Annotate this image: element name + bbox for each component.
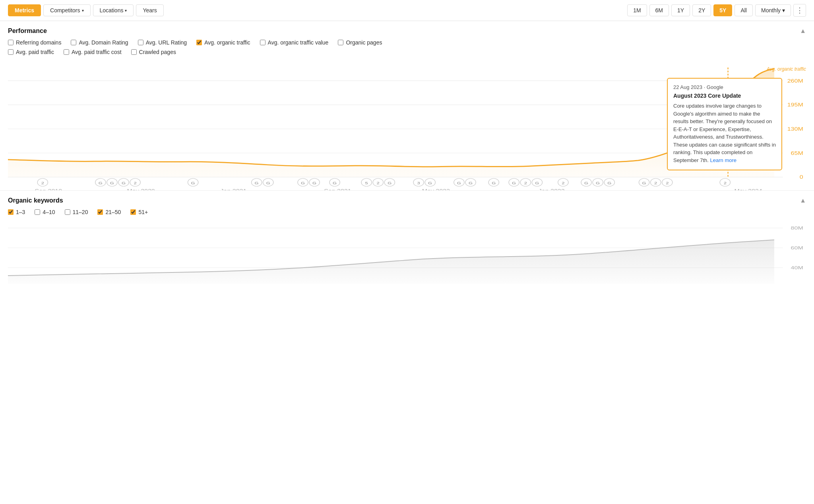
svg-text:60M: 60M [791, 245, 803, 250]
svg-text:130M: 130M [787, 126, 803, 132]
svg-text:2: 2 [377, 180, 380, 185]
tooltip-date: 22 Aug 2023 · Google [673, 84, 776, 90]
filter-1-3[interactable]: 1–3 [8, 209, 25, 215]
svg-text:3: 3 [417, 180, 420, 185]
svg-text:G: G [512, 180, 516, 185]
nav-right: 1M 6M 1Y 2Y 5Y All Monthly ▾ ⋮ [627, 4, 806, 17]
collapse-organic-keywords-button[interactable]: ▲ [800, 197, 806, 204]
checkbox-avg-organic-traffic[interactable]: Avg. organic traffic [196, 39, 250, 46]
checkbox-avg-paid-traffic-cost[interactable]: Avg. paid traffic cost [64, 49, 122, 55]
svg-text:Sep 2021: Sep 2021 [324, 188, 351, 190]
more-options-button[interactable]: ⋮ [793, 4, 806, 17]
chart-series-label: Avg. organic traffic [767, 66, 806, 72]
organic-keywords-header: Organic keywords ▲ [8, 191, 806, 209]
organic-keywords-filters: 1–3 4–10 11–20 21–50 51+ [8, 209, 806, 220]
checkbox-avg-domain-rating[interactable]: Avg. Domain Rating [71, 39, 128, 46]
svg-text:Jan 2023: Jan 2023 [539, 188, 565, 190]
svg-text:G: G [99, 180, 103, 185]
svg-text:2: 2 [524, 180, 527, 185]
svg-text:Sep 2019: Sep 2019 [35, 188, 62, 190]
svg-text:2: 2 [134, 180, 136, 185]
checkbox-organic-pages[interactable]: Organic pages [338, 39, 382, 46]
google-update-tooltip: 22 Aug 2023 · Google August 2023 Core Up… [667, 78, 782, 170]
svg-text:0: 0 [800, 174, 803, 180]
organic-keywords-section: Organic keywords ▲ 1–3 4–10 11–20 21–50 … [0, 191, 814, 284]
filter-11-20[interactable]: 11–20 [65, 209, 88, 215]
svg-text:80M: 80M [791, 226, 803, 230]
svg-text:G: G [191, 180, 195, 185]
svg-text:G: G [333, 180, 337, 185]
svg-text:2: 2 [562, 180, 564, 185]
top-navigation: Metrics Competitors ▾ Locations ▾ Years … [0, 0, 814, 21]
svg-text:G: G [110, 180, 114, 185]
svg-text:65M: 65M [791, 151, 803, 156]
svg-text:2: 2 [41, 180, 44, 185]
checkbox-referring-domains[interactable]: Referring domains [8, 39, 61, 46]
2y-button[interactable]: 2Y [692, 4, 711, 16]
svg-text:G: G [492, 180, 496, 185]
svg-text:G: G [312, 180, 316, 185]
svg-text:40M: 40M [791, 265, 803, 270]
nav-left: Metrics Competitors ▾ Locations ▾ Years [8, 4, 164, 16]
checkbox-crawled-pages[interactable]: Crawled pages [131, 49, 176, 55]
tooltip-learn-more-link[interactable]: Learn more [710, 157, 736, 163]
svg-text:2: 2 [666, 180, 669, 185]
svg-text:G: G [428, 180, 432, 185]
competitors-button[interactable]: Competitors ▾ [43, 4, 90, 16]
svg-text:2: 2 [724, 180, 727, 185]
svg-text:G: G [607, 180, 611, 185]
svg-text:G: G [388, 180, 391, 185]
1m-button[interactable]: 1M [627, 4, 647, 16]
collapse-performance-button[interactable]: ▲ [800, 27, 806, 35]
organic-keywords-title: Organic keywords [8, 197, 63, 204]
checkbox-avg-url-rating[interactable]: Avg. URL Rating [138, 39, 187, 46]
6m-button[interactable]: 6M [649, 4, 669, 16]
svg-text:G: G [457, 180, 461, 185]
svg-text:G: G [301, 180, 305, 185]
performance-header: Performance ▲ [8, 21, 806, 39]
svg-text:195M: 195M [787, 102, 803, 108]
5y-button[interactable]: 5Y [713, 4, 732, 16]
svg-text:May 2020: May 2020 [127, 188, 155, 190]
chevron-down-icon: ▾ [782, 7, 785, 14]
svg-text:2: 2 [654, 180, 657, 185]
years-button[interactable]: Years [136, 4, 163, 16]
svg-text:G: G [255, 180, 259, 185]
performance-section: Performance ▲ Referring domains Avg. Dom… [0, 21, 814, 190]
metrics-button[interactable]: Metrics [8, 4, 41, 16]
tooltip-body: Core updates involve large changes to Go… [673, 102, 776, 164]
all-button[interactable]: All [735, 4, 753, 16]
filter-4-10[interactable]: 4–10 [35, 209, 55, 215]
svg-text:5: 5 [365, 180, 368, 185]
svg-text:Jan 2021: Jan 2021 [221, 188, 247, 190]
metrics-checkboxes-row2: Avg. paid traffic Avg. paid traffic cost… [8, 49, 806, 60]
tooltip-title: August 2023 Core Update [673, 93, 776, 99]
1y-button[interactable]: 1Y [671, 4, 690, 16]
svg-text:G: G [642, 180, 646, 185]
svg-text:May 2024: May 2024 [734, 188, 762, 190]
organic-keywords-chart: 80M 60M 40M [8, 220, 806, 284]
chart2-svg: 80M 60M 40M [8, 220, 806, 284]
checkbox-avg-paid-traffic[interactable]: Avg. paid traffic [8, 49, 54, 55]
chevron-down-icon: ▾ [125, 8, 127, 13]
locations-button[interactable]: Locations ▾ [93, 4, 134, 16]
chevron-down-icon: ▾ [82, 8, 84, 13]
performance-title: Performance [8, 27, 47, 35]
svg-text:May 2022: May 2022 [422, 188, 450, 190]
monthly-button[interactable]: Monthly ▾ [755, 4, 791, 16]
checkbox-avg-organic-traffic-value[interactable]: Avg. organic traffic value [260, 39, 329, 46]
svg-text:G: G [266, 180, 270, 185]
svg-text:G: G [469, 180, 473, 185]
svg-text:260M: 260M [787, 78, 803, 83]
svg-text:G: G [122, 180, 126, 185]
filter-21-50[interactable]: 21–50 [97, 209, 121, 215]
filter-51-plus[interactable]: 51+ [130, 209, 148, 215]
svg-text:G: G [596, 180, 600, 185]
svg-text:G: G [535, 180, 539, 185]
svg-text:G: G [584, 180, 588, 185]
performance-chart: Avg. organic traffic [8, 63, 806, 190]
